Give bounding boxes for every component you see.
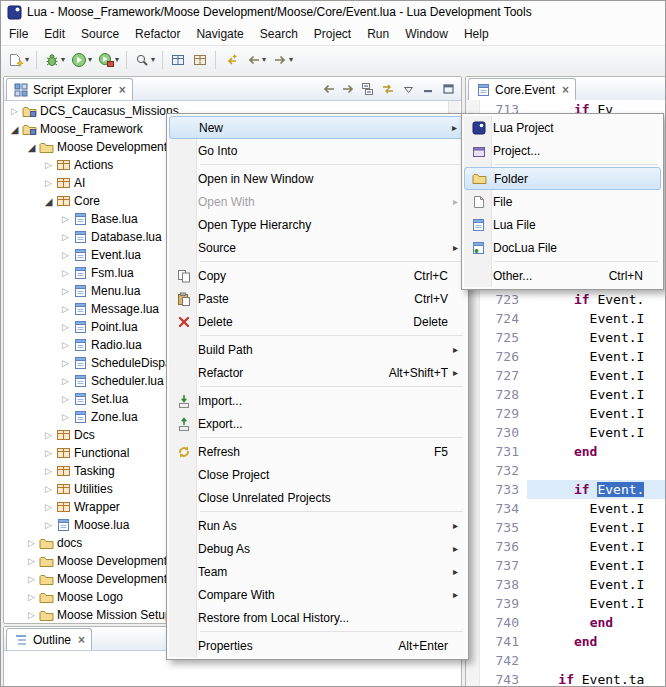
dropdown-arrow-icon[interactable]: ▾ [88, 55, 92, 64]
external-tools-button[interactable]: ▾ [95, 49, 122, 71]
ctx-item-go-into[interactable]: Go Into [169, 139, 466, 162]
submenu-item-project[interactable]: Project... [464, 139, 661, 162]
submenu-item-other[interactable]: Other...Ctrl+N [464, 264, 661, 287]
ctx-item-restore-from-local-history[interactable]: Restore from Local History... [169, 606, 466, 629]
back-button[interactable] [320, 82, 336, 96]
dropdown-arrow-icon[interactable]: ▾ [25, 55, 29, 64]
submenu-item-doclua-file[interactable]: DocLua File [464, 236, 661, 259]
tab-core-event[interactable]: Core.Event × [468, 78, 576, 100]
code-line: 723 if Event. [480, 290, 665, 309]
expand-arrow-icon[interactable]: ▷ [42, 484, 55, 494]
expand-arrow-icon[interactable]: ▷ [59, 322, 72, 332]
expand-arrow-icon[interactable]: ▷ [42, 520, 55, 530]
search-button[interactable]: ▾ [131, 49, 158, 71]
dropdown-arrow-icon[interactable]: ▾ [61, 55, 65, 64]
table-edit-button[interactable] [189, 49, 211, 71]
ctx-item-open-in-new-window[interactable]: Open in New Window [169, 167, 466, 190]
expand-arrow-icon[interactable]: ▷ [59, 304, 72, 314]
menu-project[interactable]: Project [306, 24, 359, 44]
expand-arrow-icon[interactable]: ▷ [42, 466, 55, 476]
close-icon[interactable]: × [562, 83, 569, 97]
expand-arrow-icon[interactable]: ▷ [59, 268, 72, 278]
ctx-item-build-path[interactable]: Build Path▸ [169, 338, 466, 361]
view-menu-button[interactable] [400, 85, 416, 94]
menu-window[interactable]: Window [397, 24, 456, 44]
ctx-item-open-type-hierarchy[interactable]: Open Type Hierarchy [169, 213, 466, 236]
expand-arrow-icon[interactable]: ◢ [42, 196, 55, 207]
expand-arrow-icon[interactable]: ▷ [25, 592, 38, 602]
expand-arrow-icon[interactable]: ▷ [59, 412, 72, 422]
expand-arrow-icon[interactable]: ▷ [25, 574, 38, 584]
expand-arrow-icon[interactable]: ▷ [59, 340, 72, 350]
ctx-item-team[interactable]: Team▸ [169, 560, 466, 583]
dropdown-arrow-icon[interactable]: ▾ [262, 55, 266, 64]
expand-arrow-icon[interactable]: ▷ [59, 286, 72, 296]
ctx-item-properties[interactable]: PropertiesAlt+Enter [169, 634, 466, 657]
ctx-item-close-unrelated-projects[interactable]: Close Unrelated Projects [169, 486, 466, 509]
copy-icon [176, 269, 192, 283]
tab-outline[interactable]: Outline × [6, 628, 92, 650]
ctx-item-copy[interactable]: CopyCtrl+C [169, 264, 466, 287]
run-button[interactable]: ▾ [68, 49, 95, 71]
ctx-item-paste[interactable]: PasteCtrl+V [169, 287, 466, 310]
tab-script-explorer[interactable]: Script Explorer × [6, 78, 133, 100]
maximize-button[interactable] [440, 84, 456, 94]
close-icon[interactable]: × [119, 83, 126, 97]
submenu-item-lua-file[interactable]: Lua File [464, 213, 661, 236]
minimize-button[interactable] [420, 84, 436, 94]
menu-search[interactable]: Search [252, 24, 306, 44]
expand-arrow-icon[interactable]: ▷ [59, 250, 72, 260]
submenu-item-lua-project[interactable]: Lua Project [464, 116, 661, 139]
menu-file[interactable]: File [1, 24, 36, 44]
table-view-button[interactable] [167, 49, 189, 71]
ctx-item-import[interactable]: Import... [169, 389, 466, 412]
expand-arrow-icon[interactable]: ◢ [25, 142, 38, 153]
expand-arrow-icon[interactable]: ▷ [42, 430, 55, 440]
menu-edit[interactable]: Edit [36, 24, 73, 44]
expand-arrow-icon[interactable]: ▷ [59, 358, 72, 368]
ctx-item-close-project[interactable]: Close Project [169, 463, 466, 486]
expand-arrow-icon[interactable]: ◢ [8, 124, 21, 135]
expand-arrow-icon[interactable]: ▷ [59, 214, 72, 224]
forward-button[interactable] [340, 82, 356, 96]
expand-arrow-icon[interactable]: ▷ [59, 394, 72, 404]
ctx-item-delete[interactable]: DeleteDelete [169, 310, 466, 333]
ctx-item-run-as[interactable]: Run As▸ [169, 514, 466, 537]
expand-arrow-icon[interactable]: ▷ [42, 448, 55, 458]
ctx-item-refresh[interactable]: RefreshF5 [169, 440, 466, 463]
menu-help[interactable]: Help [456, 24, 497, 44]
last-edit-location-button[interactable] [220, 49, 242, 71]
submenu-item-folder[interactable]: Folder [464, 167, 661, 190]
menu-refactor[interactable]: Refactor [127, 24, 188, 44]
expand-arrow-icon[interactable]: ▷ [42, 160, 55, 170]
expand-arrow-icon[interactable]: ▷ [59, 232, 72, 242]
code-text: Event.I [527, 366, 665, 385]
new-wizard-button[interactable]: ▾ [5, 49, 32, 71]
collapse-all-button[interactable] [360, 82, 376, 96]
menu-source[interactable]: Source [73, 24, 127, 44]
ctx-item-compare-with[interactable]: Compare With▸ [169, 583, 466, 606]
expand-arrow-icon[interactable]: ▷ [59, 376, 72, 386]
expand-arrow-icon[interactable]: ▷ [25, 610, 38, 620]
dropdown-arrow-icon[interactable]: ▾ [151, 55, 155, 64]
close-icon[interactable]: × [78, 633, 85, 647]
forward-button[interactable]: ▾ [269, 49, 296, 71]
back-button[interactable]: ▾ [242, 49, 269, 71]
dropdown-arrow-icon[interactable]: ▾ [289, 55, 293, 64]
expand-arrow-icon[interactable]: ▷ [42, 178, 55, 188]
expand-arrow-icon[interactable]: ▷ [42, 502, 55, 512]
ctx-item-source[interactable]: Source▸ [169, 236, 466, 259]
ctx-item-debug-as[interactable]: Debug As▸ [169, 537, 466, 560]
expand-arrow-icon[interactable]: ▷ [8, 106, 21, 116]
menu-navigate[interactable]: Navigate [188, 24, 251, 44]
ctx-item-refactor[interactable]: RefactorAlt+Shift+T▸ [169, 361, 466, 384]
ctx-item-new[interactable]: New▸ [169, 116, 466, 139]
debug-button[interactable]: ▾ [41, 49, 68, 71]
expand-arrow-icon[interactable]: ▷ [25, 556, 38, 566]
dropdown-arrow-icon[interactable]: ▾ [115, 55, 119, 64]
expand-arrow-icon[interactable]: ▷ [25, 538, 38, 548]
menu-run[interactable]: Run [359, 24, 397, 44]
ctx-item-export[interactable]: Export... [169, 412, 466, 435]
submenu-item-file[interactable]: File [464, 190, 661, 213]
link-editor-button[interactable] [380, 82, 396, 96]
